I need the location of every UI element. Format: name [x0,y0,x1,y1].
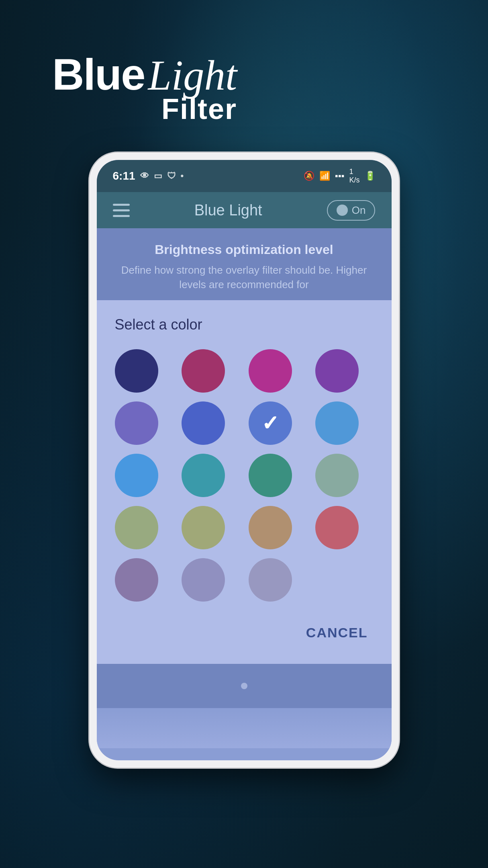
phone-screen: 6:11 👁 ▭ 🛡 • 🔕 📶 ▪▪▪ 1K/s 🔋 [97,160,392,760]
hamburger-line-1 [113,204,130,206]
color-swatch-5[interactable] [115,401,158,445]
brightness-desc: Define how strong the overlay filter sho… [113,263,376,292]
color-swatch-19[interactable] [249,558,292,602]
brightness-title: Brightness optimization level [113,242,376,257]
power-toggle[interactable]: On [327,200,376,221]
color-swatch-3[interactable] [249,349,292,393]
bottom-fade [97,708,392,748]
color-swatch-2[interactable] [182,349,225,393]
clock-time: 6:11 [113,170,135,182]
color-swatch-11[interactable] [249,454,292,497]
wifi-icon: 📶 [319,171,330,181]
dot-icon: • [181,171,184,181]
dialog-actions: CANCEL [115,618,374,644]
color-swatch-4[interactable] [315,349,359,393]
color-swatch-15[interactable] [249,506,292,549]
title-filter: Filter [52,92,237,125]
color-grid: ✓ [115,349,374,602]
card-icon: ▭ [154,171,162,181]
app-header: Blue Light On [97,192,392,228]
phone-frame: 6:11 👁 ▭ 🛡 • 🔕 📶 ▪▪▪ 1K/s 🔋 [90,153,399,768]
color-swatch-16[interactable] [315,506,359,549]
app-title-section: Blue Light Filter [52,52,237,125]
battery-icon: 🔋 [365,171,376,181]
bottom-dots [113,672,376,700]
color-dialog: Select a color ✓ CANCEL [97,300,392,664]
speed-icon: 1K/s [349,168,359,184]
header-title: Blue Light [194,202,262,219]
color-swatch-1[interactable] [115,349,158,393]
title-light: Light [148,54,237,96]
color-swatch-18[interactable] [182,558,225,602]
color-swatch-12[interactable] [315,454,359,497]
hamburger-line-2 [113,209,130,211]
hamburger-menu[interactable] [113,204,130,217]
status-time-section: 6:11 👁 ▭ 🛡 • [113,170,184,182]
toggle-label: On [352,204,366,217]
title-blue: Blue [52,52,145,96]
color-swatch-14[interactable] [182,506,225,549]
page-dot [241,683,247,689]
color-swatch-10[interactable] [182,454,225,497]
shield-icon: 🛡 [167,171,176,181]
bell-off-icon: 🔕 [304,171,314,181]
signal-icon: ▪▪▪ [335,171,344,181]
hamburger-line-3 [113,215,130,217]
eye-icon: 👁 [140,171,149,181]
phone-mockup: 6:11 👁 ▭ 🛡 • 🔕 📶 ▪▪▪ 1K/s 🔋 [90,153,399,768]
status-bar: 6:11 👁 ▭ 🛡 • 🔕 📶 ▪▪▪ 1K/s 🔋 [97,160,392,192]
status-icons-right: 🔕 📶 ▪▪▪ 1K/s 🔋 [304,168,375,184]
cancel-button[interactable]: CANCEL [300,622,374,644]
dialog-title: Select a color [115,316,374,333]
color-swatch-13[interactable] [115,506,158,549]
toggle-circle [337,205,348,216]
color-swatch-9[interactable] [115,454,158,497]
color-swatch-7[interactable]: ✓ [249,401,292,445]
bottom-section [97,664,392,708]
brightness-section: Brightness optimization level Define how… [97,228,392,300]
color-swatch-6[interactable] [182,401,225,445]
color-swatch-8[interactable] [315,401,359,445]
color-swatch-17[interactable] [115,558,158,602]
